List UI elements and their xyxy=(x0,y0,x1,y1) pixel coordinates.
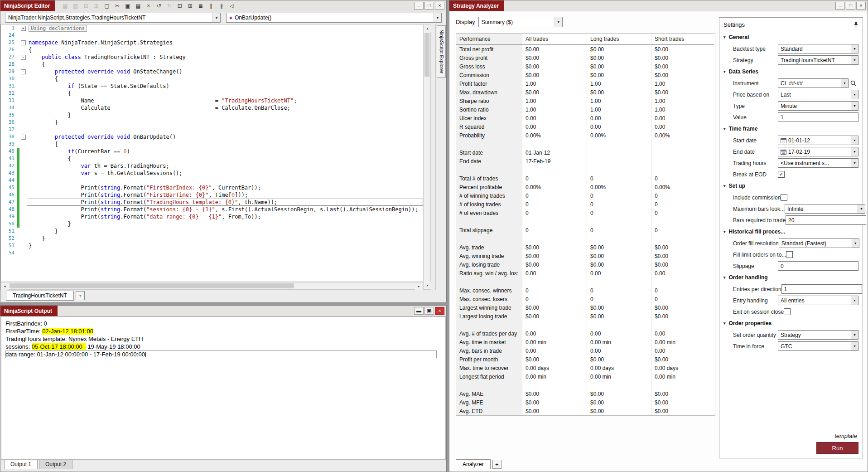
metric-label: Profit factor xyxy=(456,79,522,88)
close-button[interactable]: × xyxy=(856,2,866,10)
print-preview-icon[interactable]: ⊞ xyxy=(92,1,101,10)
class-selector-dropdown[interactable]: NinjaTrader.NinjaScript.Strategies.Tradi… xyxy=(5,13,221,23)
redo-icon[interactable]: ↻ xyxy=(165,1,174,10)
method-selector-dropdown[interactable]: ◆ OnBarUpdate() ▼ xyxy=(226,13,442,23)
dock-button[interactable]: ▣ xyxy=(424,307,434,315)
fold-toggle-icon[interactable]: + xyxy=(21,26,26,31)
paste-icon[interactable]: ▤ xyxy=(134,1,142,10)
code-text: } xyxy=(27,242,423,249)
fold-toggle-icon[interactable]: - xyxy=(21,69,26,74)
select-set-order-quantity[interactable]: Strategy▼ xyxy=(778,330,858,340)
scrollbar-thumb[interactable] xyxy=(424,33,429,77)
settings-group-data-series[interactable]: ▾Data Series xyxy=(719,66,863,78)
run-button[interactable]: Run xyxy=(816,442,858,454)
input-bars-required-to-trade[interactable]: 20 xyxy=(786,215,866,225)
metric-value: $0.00 xyxy=(522,62,587,71)
insert-table-icon[interactable]: ⊞ xyxy=(186,1,194,10)
select-trading-hours[interactable]: <Use instrument s...▼ xyxy=(778,158,858,168)
metric-value xyxy=(522,321,587,329)
save-all-icon[interactable]: ▥ xyxy=(71,1,80,10)
pin-icon[interactable] xyxy=(854,21,858,28)
compile-icon[interactable]: ◁ xyxy=(227,1,236,10)
setting-label: Slippage xyxy=(733,263,754,269)
maximize-button[interactable]: □ xyxy=(846,2,855,10)
scroll-right-icon[interactable]: ► xyxy=(415,282,423,290)
output-titlebar[interactable]: NinjaScript Output ▬ ▣ × xyxy=(0,306,446,316)
select-backtest-type[interactable]: Standard▼ xyxy=(778,44,858,54)
close-button[interactable]: × xyxy=(435,2,444,10)
select-instrument[interactable]: CL ##-##▼ xyxy=(778,78,849,88)
date-picker-start-date[interactable]: 01-01-12▼ xyxy=(778,136,858,145)
minimize-button[interactable]: – xyxy=(835,2,845,10)
settings-group-general[interactable]: ▾General xyxy=(719,31,863,43)
select-entry-handling[interactable]: All entries▼ xyxy=(778,296,858,305)
copy-icon[interactable]: ▣ xyxy=(123,1,132,10)
new-file-icon[interactable]: ▢ xyxy=(102,1,111,10)
settings-group-set-up[interactable]: ▾Set up xyxy=(719,180,863,192)
select-order-fill-resolution[interactable]: Standard (Fastest)▼ xyxy=(779,238,859,248)
settings-group-order-properties[interactable]: ▾Order properties xyxy=(719,317,863,329)
collapse-button[interactable]: ▬ xyxy=(414,307,424,315)
select-maximum-bars-look[interactable]: Infinite▼ xyxy=(785,204,865,214)
scroll-up-icon[interactable]: ▲ xyxy=(424,24,431,32)
template-link[interactable]: template xyxy=(834,433,857,439)
scroll-down-icon[interactable]: ▼ xyxy=(424,282,431,289)
date-picker-end-date[interactable]: 17-02-19▼ xyxy=(778,147,858,156)
scroll-left-icon[interactable]: ◄ xyxy=(1,282,9,290)
scrollbar-track[interactable] xyxy=(424,32,430,282)
analyzer-titlebar[interactable]: Strategy Analyzer – □ × xyxy=(449,0,868,11)
close-button[interactable]: × xyxy=(435,307,444,315)
input-value[interactable]: 1 xyxy=(778,112,858,122)
delete-icon[interactable]: × xyxy=(144,1,153,10)
output-console[interactable]: FirstBarIndex: 0FirstBarTime: 02-Jan-12 … xyxy=(1,316,446,460)
checkbox-fill-limit-orders-on-to[interactable] xyxy=(786,251,793,258)
settings-group-historical-fill-proces[interactable]: ▾Historical fill proces... xyxy=(719,226,863,238)
checkbox-exit-on-session-close[interactable] xyxy=(784,308,791,315)
horizontal-scrollbar[interactable]: ◄ ► xyxy=(0,282,423,290)
settings-group-order-handling[interactable]: ▾Order handling xyxy=(719,272,863,283)
undo-icon[interactable]: ↺ xyxy=(154,1,163,10)
editor-file-tab[interactable]: TradingHoursTicketNT xyxy=(6,291,74,301)
settings-row-price-based-on: Price based onLast▼ xyxy=(719,89,863,100)
new-analyzer-tab-button[interactable]: + xyxy=(492,460,502,469)
output-tab-1[interactable]: Output 1 xyxy=(4,460,38,469)
checkbox-include-commission[interactable] xyxy=(781,194,787,201)
new-editor-tab-button[interactable]: + xyxy=(76,291,85,300)
input-slippage[interactable]: 0 xyxy=(778,261,858,271)
save-icon[interactable]: ▤ xyxy=(61,1,69,10)
code-editor[interactable]: 1+Using declarations2425-namespace Ninja… xyxy=(0,24,423,282)
scrollbar-thumb[interactable] xyxy=(10,283,294,288)
analyzer-tab[interactable]: Analyzer xyxy=(456,459,491,469)
editor-titlebar[interactable]: NinjaScript Editor ▤▥⊟⊞▢✂▣▤×↺↻⊡⊞≣∥∦◁ – □… xyxy=(0,0,446,11)
insert-snippet-icon[interactable]: ⊡ xyxy=(175,1,184,10)
select-strategy[interactable]: TradingHoursTicketNT▼ xyxy=(778,55,858,65)
settings-row-set-order-quantity: Set order quantityStrategy▼ xyxy=(719,329,863,341)
setting-label: Entries per direction xyxy=(733,286,781,292)
select-price-based-on[interactable]: Last▼ xyxy=(778,90,858,99)
fold-toggle-icon[interactable]: - xyxy=(21,40,26,45)
print-icon[interactable]: ⊟ xyxy=(82,1,90,10)
ninjascript-explorer-tab[interactable]: NinjaScript Explorer xyxy=(437,25,446,78)
select-type[interactable]: Minute▼ xyxy=(778,101,858,111)
cut-icon[interactable]: ✂ xyxy=(113,1,121,10)
input-entries-per-direction[interactable]: 1 xyxy=(781,284,862,294)
maximize-button[interactable]: □ xyxy=(424,2,434,10)
vertical-scrollbar[interactable]: ▲ ▼ xyxy=(423,24,431,290)
indent-icon[interactable]: ≣ xyxy=(196,1,205,10)
metric-value: 0 xyxy=(587,200,651,209)
comment-icon[interactable]: ∥ xyxy=(207,1,215,10)
search-icon[interactable] xyxy=(850,80,857,87)
scrollbar-track[interactable] xyxy=(9,282,415,289)
select-time-in-force[interactable]: GTC▼ xyxy=(778,341,858,351)
settings-group-time-frame[interactable]: ▾Time frame xyxy=(719,123,863,135)
fold-toggle-icon[interactable]: - xyxy=(21,55,26,60)
display-dropdown[interactable]: Summary ($) ▼ xyxy=(478,17,563,27)
checkbox-break-at-eod[interactable]: ✓ xyxy=(778,171,785,178)
fold-toggle-icon[interactable]: - xyxy=(21,135,26,140)
output-tab-2[interactable]: Output 2 xyxy=(39,460,72,469)
uncomment-icon[interactable]: ∦ xyxy=(217,1,226,10)
line-number: 41 xyxy=(1,155,17,162)
metric-value xyxy=(651,165,714,174)
minimize-button[interactable]: – xyxy=(414,2,424,10)
code-line: 46 Print(string.Format("FirstBarTime: {0… xyxy=(1,191,423,199)
